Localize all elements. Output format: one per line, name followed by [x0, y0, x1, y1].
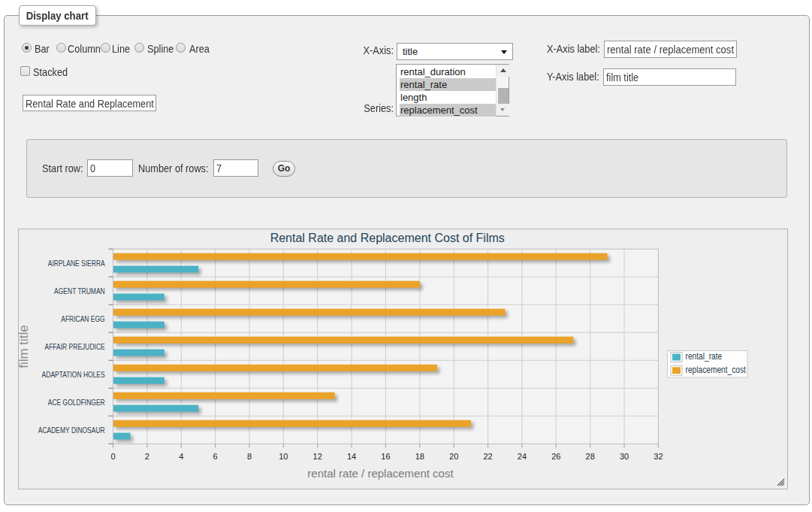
svg-text:film title: film title — [18, 325, 31, 368]
svg-text:28: 28 — [586, 452, 595, 461]
svg-text:ACADEMY DINOSAUR: ACADEMY DINOSAUR — [38, 427, 105, 435]
svg-text:10: 10 — [279, 452, 288, 461]
svg-text:Rental Rate and Replacement Co: Rental Rate and Replacement Cost of Film… — [270, 232, 505, 244]
svg-text:24: 24 — [518, 452, 527, 461]
svg-text:rental rate / replacement cost: rental rate / replacement cost — [307, 467, 454, 480]
svg-text:0: 0 — [110, 452, 115, 461]
svg-text:6: 6 — [213, 452, 218, 461]
svg-text:AFRICAN EGG: AFRICAN EGG — [61, 316, 104, 324]
svg-text:ADAPTATION HOLES: ADAPTATION HOLES — [42, 371, 105, 380]
svg-text:12: 12 — [313, 452, 322, 461]
svg-text:30: 30 — [620, 452, 629, 461]
svg-text:14: 14 — [347, 452, 356, 461]
svg-text:16: 16 — [381, 452, 390, 461]
svg-text:rental_rate: rental_rate — [686, 351, 723, 361]
svg-text:4: 4 — [179, 452, 183, 461]
svg-text:26: 26 — [551, 452, 560, 461]
svg-text:22: 22 — [483, 452, 492, 461]
svg-text:ACE GOLDFINGER: ACE GOLDFINGER — [48, 399, 105, 407]
svg-text:18: 18 — [415, 452, 424, 461]
svg-text:2: 2 — [145, 452, 149, 461]
svg-text:AIRPLANE SIERRA: AIRPLANE SIERRA — [48, 260, 106, 268]
svg-text:20: 20 — [449, 452, 458, 461]
svg-text:AFFAIR PREJUDICE: AFFAIR PREJUDICE — [45, 344, 105, 352]
svg-text:replacement_cost: replacement_cost — [686, 365, 747, 374]
svg-text:AGENT TRUMAN: AGENT TRUMAN — [54, 288, 105, 296]
svg-text:8: 8 — [247, 452, 252, 461]
svg-text:32: 32 — [654, 452, 663, 461]
